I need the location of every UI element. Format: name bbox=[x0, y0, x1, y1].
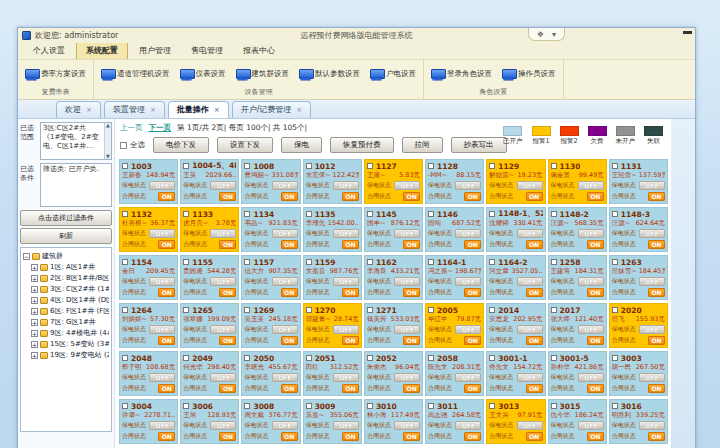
power-protect-toggle[interactable]: OFF bbox=[639, 421, 665, 430]
tree-node[interactable]: +4区: D区1#井 (D区1 bbox=[31, 295, 109, 305]
tab-装置管理[interactable]: 装置管理× bbox=[104, 101, 165, 118]
power-protect-toggle[interactable]: OFF bbox=[455, 181, 481, 190]
card-checkbox[interactable] bbox=[428, 163, 434, 169]
power-protect-toggle[interactable]: OFF bbox=[455, 373, 481, 382]
card-checkbox[interactable] bbox=[428, 307, 434, 313]
switch-state-toggle[interactable]: ON bbox=[281, 240, 298, 249]
power-protect-toggle[interactable]: OFF bbox=[272, 373, 298, 382]
ribbon-button-建筑群设置[interactable]: 建筑群设置 bbox=[233, 67, 293, 82]
power-protect-toggle[interactable]: OFF bbox=[394, 229, 420, 238]
menu-item-用户管理[interactable]: 用户管理 bbox=[130, 43, 180, 59]
card-checkbox[interactable] bbox=[306, 307, 312, 313]
power-protect-toggle[interactable]: OFF bbox=[149, 181, 175, 190]
card-checkbox[interactable] bbox=[306, 163, 312, 169]
skin-icon[interactable]: ❖ bbox=[537, 30, 544, 39]
switch-state-toggle[interactable]: ON bbox=[464, 432, 481, 441]
expand-icon[interactable]: + bbox=[31, 286, 38, 293]
tree-node[interactable]: +2区: B区1#井/B区1# bbox=[31, 273, 109, 283]
power-protect-toggle[interactable]: OFF bbox=[210, 229, 236, 238]
power-protect-toggle[interactable]: OFF bbox=[210, 421, 236, 430]
card-checkbox[interactable] bbox=[489, 307, 495, 313]
power-protect-toggle[interactable]: OFF bbox=[455, 277, 481, 286]
card-checkbox[interactable] bbox=[551, 403, 557, 409]
switch-state-toggle[interactable]: ON bbox=[526, 384, 543, 393]
power-protect-toggle[interactable]: OFF bbox=[394, 373, 420, 382]
card-checkbox[interactable] bbox=[306, 355, 312, 361]
power-protect-toggle[interactable]: OFF bbox=[455, 229, 481, 238]
tab-开户/记费管理[interactable]: 开户/记费管理× bbox=[232, 101, 312, 118]
power-protect-toggle[interactable]: OFF bbox=[394, 325, 420, 334]
power-protect-toggle[interactable]: OFF bbox=[210, 181, 236, 190]
card-checkbox[interactable] bbox=[551, 259, 557, 265]
menu-item-售电管理[interactable]: 售电管理 bbox=[182, 43, 232, 59]
refresh-button[interactable]: 刷新 bbox=[20, 228, 112, 244]
tab-close-icon[interactable]: × bbox=[296, 106, 302, 114]
power-protect-toggle[interactable]: OFF bbox=[578, 229, 604, 238]
card-checkbox[interactable] bbox=[122, 307, 128, 313]
menu-item-报表中心[interactable]: 报表中心 bbox=[234, 43, 284, 59]
card-checkbox[interactable] bbox=[306, 403, 312, 409]
switch-state-toggle[interactable]: ON bbox=[526, 288, 543, 297]
power-protect-toggle[interactable]: OFF bbox=[272, 229, 298, 238]
minimize-icon[interactable] bbox=[683, 31, 692, 34]
power-protect-toggle[interactable]: OFF bbox=[333, 325, 359, 334]
power-protect-toggle[interactable]: OFF bbox=[149, 325, 175, 334]
power-protect-toggle[interactable]: OFF bbox=[517, 373, 543, 382]
power-protect-toggle[interactable]: OFF bbox=[578, 277, 604, 286]
card-checkbox[interactable] bbox=[612, 307, 618, 313]
switch-state-toggle[interactable]: ON bbox=[342, 384, 359, 393]
power-protect-toggle[interactable]: OFF bbox=[149, 229, 175, 238]
switch-state-toggle[interactable]: ON bbox=[281, 192, 298, 201]
tab-close-icon[interactable]: × bbox=[214, 106, 220, 114]
switch-state-toggle[interactable]: ON bbox=[342, 288, 359, 297]
switch-state-toggle[interactable]: ON bbox=[403, 336, 420, 345]
card-checkbox[interactable] bbox=[612, 259, 618, 265]
power-protect-toggle[interactable]: OFF bbox=[333, 229, 359, 238]
switch-state-toggle[interactable]: ON bbox=[219, 384, 236, 393]
command-button-抄表写出[interactable]: 抄表写出 bbox=[451, 137, 507, 153]
card-checkbox[interactable] bbox=[551, 307, 557, 313]
scroll-down-icon[interactable]: ▼ bbox=[105, 154, 111, 159]
power-protect-toggle[interactable]: OFF bbox=[455, 421, 481, 430]
switch-state-toggle[interactable]: ON bbox=[342, 240, 359, 249]
power-protect-toggle[interactable]: OFF bbox=[272, 421, 298, 430]
card-checkbox[interactable] bbox=[367, 403, 373, 409]
switch-state-toggle[interactable]: ON bbox=[219, 288, 236, 297]
tree-node[interactable]: +7区: G区1#井 bbox=[31, 317, 109, 327]
power-protect-toggle[interactable]: OFF bbox=[333, 373, 359, 382]
switch-state-toggle[interactable]: ON bbox=[526, 192, 543, 201]
card-checkbox[interactable] bbox=[612, 163, 618, 169]
power-protect-toggle[interactable]: OFF bbox=[272, 325, 298, 334]
power-protect-toggle[interactable]: OFF bbox=[394, 421, 420, 430]
switch-state-toggle[interactable]: ON bbox=[648, 384, 665, 393]
power-protect-toggle[interactable]: OFF bbox=[639, 325, 665, 334]
switch-state-toggle[interactable]: ON bbox=[281, 336, 298, 345]
power-protect-toggle[interactable]: OFF bbox=[272, 181, 298, 190]
switch-state-toggle[interactable]: ON bbox=[464, 192, 481, 201]
card-checkbox[interactable] bbox=[489, 163, 495, 169]
card-checkbox[interactable] bbox=[122, 355, 128, 361]
switch-state-toggle[interactable]: ON bbox=[342, 432, 359, 441]
power-protect-toggle[interactable]: OFF bbox=[149, 277, 175, 286]
power-protect-toggle[interactable]: OFF bbox=[394, 181, 420, 190]
card-checkbox[interactable] bbox=[244, 355, 250, 361]
tree-node[interactable]: +15区: 5#变站 (3#变 bbox=[31, 339, 109, 349]
card-checkbox[interactable] bbox=[244, 259, 250, 265]
ribbon-button-仪表设置[interactable]: 仪表设置 bbox=[177, 67, 229, 82]
switch-state-toggle[interactable]: ON bbox=[587, 240, 604, 249]
switch-state-toggle[interactable]: ON bbox=[587, 336, 604, 345]
power-protect-toggle[interactable]: OFF bbox=[272, 277, 298, 286]
prev-page-link[interactable]: 上一页 bbox=[120, 123, 143, 133]
tab-close-icon[interactable]: × bbox=[86, 106, 92, 114]
switch-state-toggle[interactable]: ON bbox=[281, 384, 298, 393]
card-checkbox[interactable] bbox=[244, 403, 250, 409]
card-checkbox[interactable] bbox=[244, 307, 250, 313]
switch-state-toggle[interactable]: ON bbox=[158, 432, 175, 441]
switch-state-toggle[interactable]: ON bbox=[464, 384, 481, 393]
tab-批量操作[interactable]: 批量操作× bbox=[168, 101, 229, 118]
switch-state-toggle[interactable]: ON bbox=[403, 288, 420, 297]
power-protect-toggle[interactable]: OFF bbox=[210, 373, 236, 382]
card-checkbox[interactable] bbox=[612, 403, 618, 409]
card-checkbox[interactable] bbox=[489, 403, 495, 409]
power-protect-toggle[interactable]: OFF bbox=[639, 181, 665, 190]
